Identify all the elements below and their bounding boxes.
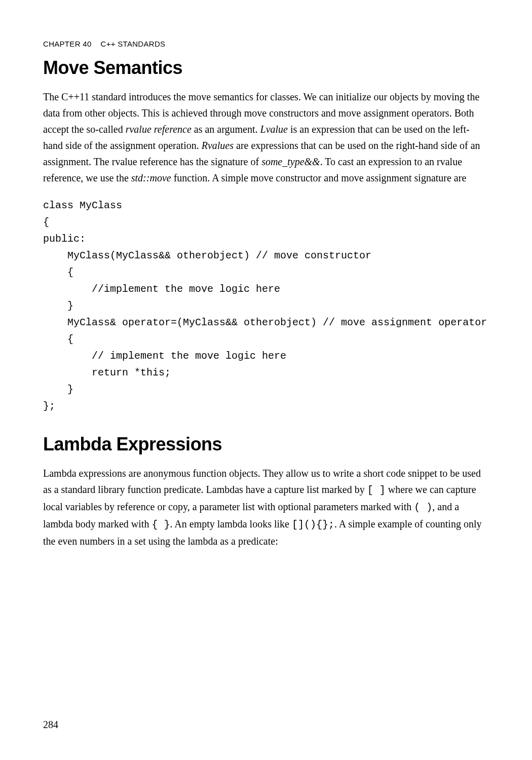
paragraph-move-semantics: The C++11 standard introduces the move s… (43, 89, 489, 186)
chapter-title: C++ STANDARDS (101, 40, 166, 48)
italic-text: Rvalues (202, 140, 234, 151)
page-number: 284 (43, 719, 58, 731)
mono-text: { } (151, 519, 170, 530)
italic-text: std::move (131, 172, 171, 183)
section-heading-move-semantics: Move Semantics (43, 57, 489, 79)
italic-text: Lvalue (260, 124, 288, 135)
italic-text: rvalue reference (126, 124, 192, 135)
mono-text: [](){}; (292, 519, 334, 530)
text: function. A simple move constructor and … (171, 172, 467, 183)
section-heading-lambda-expressions: Lambda Expressions (43, 434, 489, 455)
mono-text: [ ] (367, 484, 386, 496)
mono-text: ( ) (414, 502, 432, 513)
paragraph-lambda-expressions: Lambda expressions are anonymous functio… (43, 465, 489, 549)
code-block-move-semantics: class MyClass { public: MyClass(MyClass&… (43, 197, 489, 414)
chapter-header: CHAPTER 40C++ STANDARDS (43, 40, 489, 48)
text: . An empty lambda looks like (170, 518, 292, 529)
italic-text: some_type&& (261, 156, 320, 167)
text: as an argument. (192, 124, 260, 135)
chapter-number: CHAPTER 40 (43, 40, 92, 48)
